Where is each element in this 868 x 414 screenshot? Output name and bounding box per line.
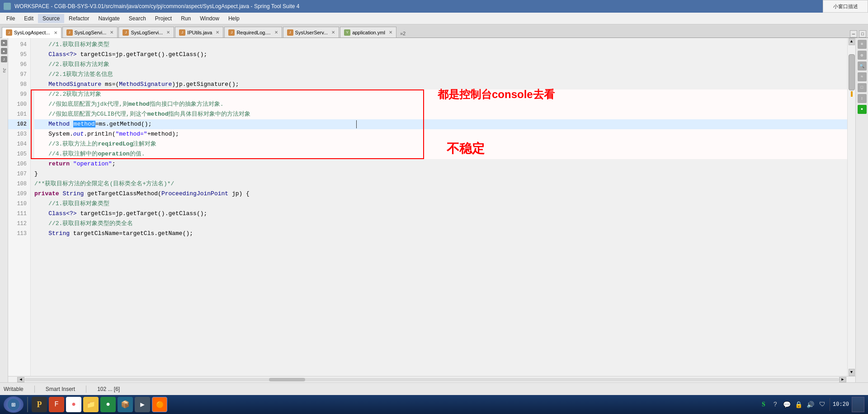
menu-window[interactable]: Window	[195, 14, 224, 23]
tray-icon-network[interactable]: 🔒	[794, 400, 803, 409]
scroll-up-button[interactable]: ▲	[849, 38, 855, 45]
windows-logo-icon: ⊞	[7, 398, 20, 411]
menu-source[interactable]: Source	[38, 14, 64, 23]
code-line-96: //2.获取目标方法对象	[34, 60, 847, 70]
tab-requiredlog[interactable]: J RequiredLog.... ✕	[224, 27, 282, 38]
status-bar: Writable Smart Insert 102 ... [6]	[0, 382, 868, 395]
menu-navigate[interactable]: Navigate	[94, 14, 124, 23]
code-line-107: }	[34, 169, 847, 179]
tray-icon-volume[interactable]: 🔊	[806, 400, 815, 409]
horizontal-scrollbar[interactable]: ◀ ▶	[8, 376, 855, 382]
h-scroll-track[interactable]	[24, 378, 839, 381]
line-num-95: 95	[8, 50, 30, 60]
taskbar: ⊞ P F ● 📁 ● 📦 ▶ 🟠 S ? 💬 🔒 🔊 🛡 10:20	[0, 395, 868, 414]
scroll-left-button[interactable]: ◀	[17, 377, 24, 382]
taskbar-icon-filezilla[interactable]: F	[49, 397, 64, 412]
tab-label-syslogservi2: SysLogServi...	[131, 30, 163, 35]
taskbar-icon-vm[interactable]: ▶	[135, 397, 150, 412]
taskbar-icon-p[interactable]: P	[32, 397, 47, 412]
menu-help[interactable]: Help	[224, 14, 244, 23]
line-num-99: 99	[8, 89, 30, 99]
code-line-106: return "operation";	[34, 159, 847, 169]
menu-bar: File Edit Source Refactor Navigate Searc…	[0, 13, 868, 24]
line-num-101: 101	[8, 109, 30, 119]
line-ruler: Ju	[2, 68, 6, 73]
tray-icon-s[interactable]: S	[759, 400, 768, 409]
sidebar-tool-3[interactable]: 🔍	[858, 61, 867, 71]
tab-iputils[interactable]: J IPUtils.java ✕	[175, 27, 223, 38]
minimize-editor-button[interactable]: ─	[850, 30, 857, 38]
scroll-highlight	[851, 91, 853, 97]
show-desktop-button[interactable]	[852, 397, 864, 412]
status-position: 102 ... [6]	[97, 386, 120, 392]
taskbar-icon-box[interactable]: 📦	[118, 397, 133, 412]
start-button[interactable]: ⊞	[4, 396, 24, 413]
menu-file[interactable]: File	[2, 14, 19, 23]
tab-close-6[interactable]: ✕	[331, 30, 335, 35]
vertical-scrollbar[interactable]: ▲ ▼	[847, 38, 855, 376]
sidebar-tool-1[interactable]: ≡	[858, 40, 867, 49]
tab-applicationyml[interactable]: Y application.yml ✕	[340, 27, 396, 38]
tray-icon-help[interactable]: ?	[771, 400, 780, 409]
java-file-icon-3: J	[123, 29, 129, 36]
line-num-104: 104	[8, 139, 30, 149]
code-area: 94 95 96 97 98 99 100 101 102 103 104 10…	[8, 38, 855, 382]
line-num-109: 109	[8, 189, 30, 199]
tab-syslogaspect[interactable]: J SysLogAspect... ✕	[2, 27, 61, 38]
sidebar-tool-green[interactable]: ●	[858, 105, 867, 114]
code-line-95: Class<?> targetCls=jp.getTarget().getCla…	[34, 50, 847, 60]
line-numbers: 94 95 96 97 98 99 100 101 102 103 104 10…	[8, 38, 31, 376]
line-num-105: 105	[8, 149, 30, 159]
sidebar-tool-2[interactable]: ⚙	[858, 51, 867, 60]
clock-time: 10:20	[833, 401, 849, 408]
code-line-113: String targetClsName=targetCls.getName()…	[34, 229, 847, 239]
menu-edit[interactable]: Edit	[19, 14, 38, 23]
code-line-101: //假如底层配置为CGLIB代理,则这个method指向具体目标对象中的方法对象	[34, 109, 847, 119]
java-file-icon: J	[6, 29, 12, 36]
sidebar-tool-5[interactable]: □	[858, 83, 867, 92]
menu-search[interactable]: Search	[124, 14, 151, 23]
taskbar-icon-bullet[interactable]: ●	[100, 397, 116, 412]
scroll-right-button[interactable]: ▶	[839, 377, 846, 382]
tray-icon-shield[interactable]: 🛡	[818, 400, 827, 409]
status-insert-mode: Smart Insert	[46, 386, 75, 392]
h-scroll-thumb[interactable]	[269, 378, 305, 381]
scroll-thumb[interactable]	[849, 54, 855, 90]
sidebar-tool-4[interactable]: ≈	[858, 72, 867, 81]
menu-refactor[interactable]: Refactor	[64, 14, 94, 23]
tab-overflow[interactable]: »2	[397, 29, 408, 38]
tab-sysuserserv[interactable]: J SysUserServ... ✕	[283, 27, 340, 38]
breakpoint-icon: ●	[1, 48, 7, 54]
line-num-102: 102	[8, 119, 30, 129]
right-sidebar: ≡ ⚙ 🔍 ≈ □ ↕ ●	[855, 38, 868, 382]
tab-close-3[interactable]: ✕	[166, 30, 170, 35]
maximize-editor-button[interactable]: □	[859, 30, 866, 38]
taskbar-icon-sts[interactable]: 🟠	[152, 397, 167, 412]
annotation-console: 都是控制台console去看	[438, 89, 555, 99]
taskbar-icon-chrome[interactable]: ●	[66, 397, 81, 412]
tab-close-5[interactable]: ✕	[274, 30, 278, 35]
status-position-label: 102 ... [6]	[97, 386, 120, 392]
tab-close-syslogaspect[interactable]: ✕	[54, 30, 57, 35]
code-line-103: System.out.println("method="+method);	[34, 129, 847, 139]
tab-syslogservi1[interactable]: J SysLogServi... ✕	[62, 27, 118, 38]
sidebar-tool-6[interactable]: ↕	[858, 94, 867, 103]
tab-syslogservi2[interactable]: J SysLogServi... ✕	[118, 27, 174, 38]
scroll-down-button[interactable]: ▼	[849, 369, 855, 376]
menu-run[interactable]: Run	[176, 14, 195, 23]
code-line-94: //1.获取目标对象类型	[34, 40, 847, 50]
taskbar-icon-folder[interactable]: 📁	[83, 397, 99, 412]
line-num-110: 110	[8, 199, 30, 209]
code-lines[interactable]: //1.获取目标对象类型 Class<?> targetCls=jp.getTa…	[31, 38, 847, 376]
text-cursor	[356, 120, 357, 128]
tab-close-7[interactable]: ✕	[389, 30, 392, 35]
tab-close-4[interactable]: ✕	[216, 30, 219, 35]
menu-project[interactable]: Project	[151, 14, 176, 23]
line-num-98: 98	[8, 80, 30, 89]
tray-icon-chat[interactable]: 💬	[783, 400, 792, 409]
code-line-109: private String getTargetClassMethod(Proc…	[34, 189, 847, 199]
tab-close-2[interactable]: ✕	[110, 30, 113, 35]
line-num-112: 112	[8, 219, 30, 229]
annotation-unstable: 不稳定	[447, 144, 485, 154]
java-file-icon-2: J	[66, 29, 73, 36]
